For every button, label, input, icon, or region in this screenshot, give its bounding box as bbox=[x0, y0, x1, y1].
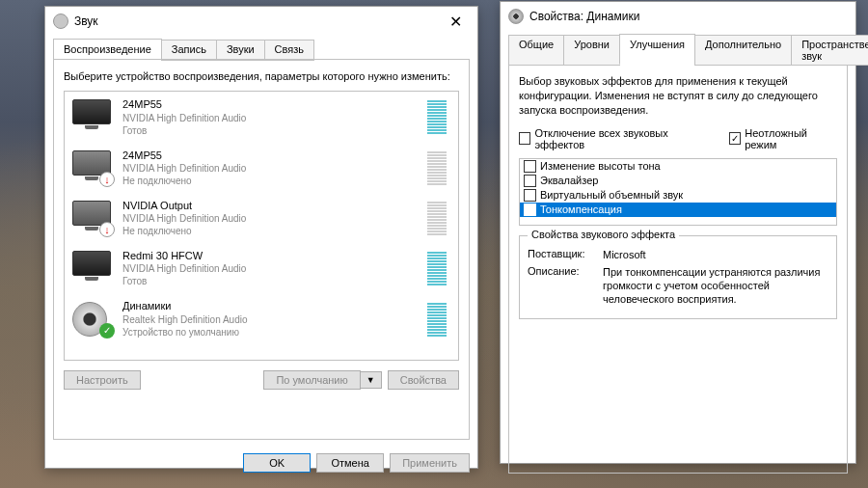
tab-spatial[interactable]: Пространственный звук bbox=[791, 35, 868, 66]
apply-button[interactable]: Применить bbox=[390, 453, 470, 473]
device-driver: NVIDIA High Definition Audio bbox=[122, 212, 418, 225]
device-status: Не подключено bbox=[122, 225, 418, 237]
sound-window: Звук ✕ Воспроизведение Запись Звуки Связ… bbox=[44, 6, 478, 469]
device-status: Готов bbox=[122, 124, 418, 137]
effect-label: Эквалайзер bbox=[540, 175, 598, 186]
checkbox-icon: ✓ bbox=[524, 203, 536, 216]
level-meter-icon bbox=[427, 99, 447, 134]
default-button[interactable]: По умолчанию bbox=[263, 370, 360, 390]
device-status: Устройство по умолчанию bbox=[122, 326, 418, 339]
description-label: Описание: bbox=[528, 265, 595, 307]
device-item[interactable]: NVIDIA OutputNVIDIA High Definition Audi… bbox=[65, 193, 458, 243]
checkbox-icon bbox=[519, 132, 530, 145]
properties-window: Свойства: Динамики Общие Уровни Улучшени… bbox=[500, 1, 856, 464]
device-list[interactable]: 24MP55NVIDIA High Definition AudioГотов2… bbox=[64, 91, 459, 361]
tab-advanced[interactable]: Дополнительно bbox=[694, 35, 792, 66]
effect-item[interactable]: Эквалайзер bbox=[520, 174, 836, 188]
tab-levels[interactable]: Уровни bbox=[563, 35, 620, 66]
tab-content: Выберите устройство воспроизведения, пар… bbox=[53, 59, 470, 440]
device-name: 24MP55 bbox=[122, 149, 418, 162]
device-driver: NVIDIA High Definition Audio bbox=[122, 112, 418, 124]
tab-content: Выбор звуковых эффектов для применения к… bbox=[508, 64, 848, 474]
default-dropdown[interactable]: По умолчанию ▼ bbox=[263, 370, 381, 390]
disable-all-checkbox[interactable]: Отключение всех звуковых эффектов bbox=[519, 127, 712, 150]
sound-icon bbox=[53, 14, 68, 29]
tab-strip: Воспроизведение Запись Звуки Связь bbox=[45, 38, 477, 59]
device-name: 24MP55 bbox=[122, 97, 418, 111]
device-item[interactable]: 24MP55NVIDIA High Definition AudioГотов bbox=[65, 92, 458, 142]
options-row: Отключение всех звуковых эффектов ✓ Неот… bbox=[519, 127, 837, 150]
device-driver: NVIDIA High Definition Audio bbox=[122, 162, 418, 175]
disconnect-badge-icon bbox=[99, 222, 115, 237]
level-meter-icon bbox=[427, 302, 447, 337]
device-status: Не подключено bbox=[122, 175, 418, 187]
titlebar[interactable]: Звук ✕ bbox=[45, 7, 477, 36]
checkbox-icon bbox=[524, 175, 536, 187]
urgent-label: Неотложный режим bbox=[745, 127, 837, 150]
cancel-button[interactable]: Отмена bbox=[316, 453, 384, 473]
speaker-icon bbox=[72, 302, 113, 337]
monitor-off-icon bbox=[72, 150, 113, 185]
button-row: Настроить По умолчанию ▼ Свойства bbox=[64, 370, 459, 390]
urgent-checkbox[interactable]: ✓ Неотложный режим bbox=[729, 127, 837, 150]
provider-label: Поставщик: bbox=[528, 248, 595, 261]
device-name: NVIDIA Output bbox=[122, 199, 418, 212]
effect-item[interactable]: ✓Тонкомпенсация bbox=[520, 203, 836, 217]
device-driver: Realtek High Definition Audio bbox=[122, 313, 418, 326]
effect-props-group: Свойства звукового эффекта Поставщик: Mi… bbox=[519, 235, 837, 319]
device-item[interactable]: Redmi 30 HFCWNVIDIA High Definition Audi… bbox=[65, 243, 458, 293]
checkbox-icon bbox=[524, 189, 536, 202]
group-legend: Свойства звукового эффекта bbox=[528, 229, 679, 240]
tab-general[interactable]: Общие bbox=[508, 35, 564, 66]
checkbox-icon bbox=[524, 160, 536, 173]
description-value: При тонкомпенсации устраняются различия … bbox=[603, 265, 828, 307]
tab-sounds[interactable]: Звуки bbox=[216, 40, 265, 61]
monitor-icon bbox=[72, 251, 113, 285]
level-meter-icon bbox=[427, 251, 447, 285]
close-icon[interactable]: ✕ bbox=[441, 13, 470, 31]
monitor-off-icon bbox=[72, 201, 113, 235]
level-meter-icon bbox=[427, 201, 447, 235]
window-title: Свойства: Динамики bbox=[529, 10, 848, 23]
description-text: Выбор звуковых эффектов для применения к… bbox=[519, 74, 837, 118]
provider-value: Microsoft bbox=[603, 248, 828, 261]
monitor-icon bbox=[72, 99, 113, 134]
speaker-icon bbox=[508, 9, 524, 24]
check-badge-icon bbox=[99, 323, 115, 339]
tab-strip: Общие Уровни Улучшения Дополнительно Про… bbox=[501, 33, 855, 64]
checkbox-icon: ✓ bbox=[729, 132, 741, 145]
configure-button[interactable]: Настроить bbox=[64, 370, 141, 390]
dialog-footer: OK Отмена Применить bbox=[45, 447, 477, 482]
device-item[interactable]: ДинамикиRealtek High Definition AudioУст… bbox=[65, 293, 458, 343]
chevron-down-icon[interactable]: ▼ bbox=[361, 371, 382, 389]
tab-comm[interactable]: Связь bbox=[264, 40, 314, 61]
device-name: Redmi 30 HFCW bbox=[122, 249, 418, 262]
properties-button[interactable]: Свойства bbox=[388, 370, 459, 390]
effect-label: Виртуальный объемный звук bbox=[540, 189, 683, 201]
effect-item[interactable]: Виртуальный объемный звук bbox=[520, 188, 836, 203]
device-item[interactable]: 24MP55NVIDIA High Definition AudioНе под… bbox=[65, 143, 458, 193]
tab-playback[interactable]: Воспроизведение bbox=[53, 39, 162, 60]
effect-item[interactable]: Изменение высоты тона bbox=[520, 159, 836, 174]
titlebar[interactable]: Свойства: Динамики bbox=[501, 2, 855, 31]
effect-label: Изменение высоты тона bbox=[540, 160, 661, 172]
level-meter-icon bbox=[427, 150, 447, 185]
disconnect-badge-icon bbox=[99, 172, 115, 187]
effect-label: Тонкомпенсация bbox=[540, 203, 622, 215]
disable-all-label: Отключение всех звуковых эффектов bbox=[534, 127, 711, 150]
ok-button[interactable]: OK bbox=[243, 453, 311, 473]
tab-record[interactable]: Запись bbox=[161, 40, 217, 61]
device-driver: NVIDIA High Definition Audio bbox=[122, 262, 418, 275]
device-status: Готов bbox=[122, 275, 418, 287]
effects-list[interactable]: Изменение высоты тонаЭквалайзерВиртуальн… bbox=[519, 158, 837, 226]
device-name: Динамики bbox=[122, 299, 418, 312]
window-title: Звук bbox=[74, 14, 441, 28]
instruction-text: Выберите устройство воспроизведения, пар… bbox=[64, 69, 459, 83]
tab-enhancements[interactable]: Улучшения bbox=[619, 34, 695, 65]
